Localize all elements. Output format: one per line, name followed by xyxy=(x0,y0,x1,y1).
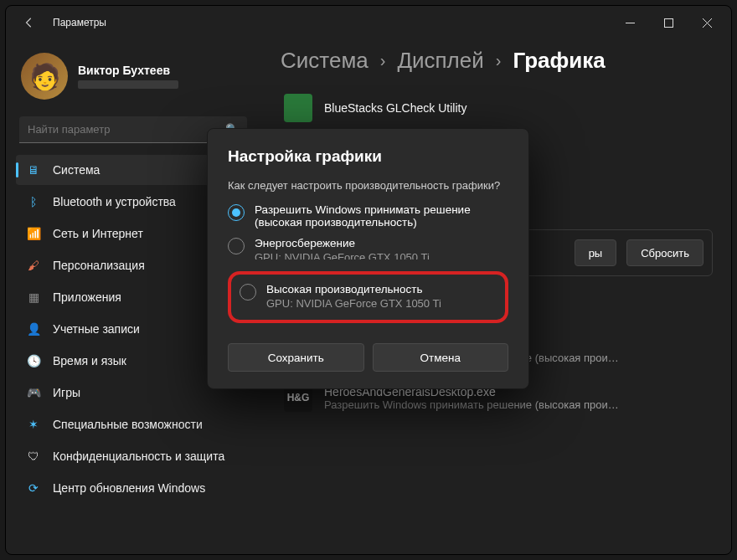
user-name: Виктор Бухтеев xyxy=(78,64,178,77)
app-desc: Разрешить Windows принимать решение (выс… xyxy=(324,398,709,411)
radio-indicator xyxy=(228,238,245,254)
user-subtext xyxy=(78,80,178,89)
dialog-title: Настройка графики xyxy=(228,147,508,166)
app-icon xyxy=(284,94,312,122)
sidebar-item-label: Центр обновления Windows xyxy=(53,481,205,495)
nav-icon: 🎮 xyxy=(26,385,41,400)
sidebar-item-10[interactable]: ⟳Центр обновления Windows xyxy=(16,473,250,503)
sidebar-item-label: Учетные записи xyxy=(53,322,140,336)
close-button[interactable] xyxy=(688,6,726,39)
app-actions: ры Сбросить xyxy=(575,239,704,266)
breadcrumb: Система › Дисплей › Графика xyxy=(281,48,713,74)
radio-sublabel: GPU: NVIDIA GeForce GTX 1050 Ti xyxy=(266,297,441,310)
sidebar-item-label: Специальные возможности xyxy=(53,418,203,431)
radio-group: Разрешить Windows принимать решение (выс… xyxy=(228,203,508,323)
breadcrumb-link-2[interactable]: Дисплей xyxy=(397,48,483,74)
nav-icon: ᛒ xyxy=(26,194,41,209)
save-button[interactable]: Сохранить xyxy=(228,343,364,372)
nav-icon: 🖌 xyxy=(26,258,41,273)
sidebar-item-label: Приложения xyxy=(53,290,121,304)
chevron-right-icon: › xyxy=(496,51,502,70)
nav-icon: ▦ xyxy=(26,290,41,305)
app-row[interactable]: BlueStacks GLCheck Utility xyxy=(281,89,713,127)
sidebar-item-label: Время и язык xyxy=(53,354,126,367)
maximize-button[interactable] xyxy=(649,6,688,39)
titlebar: Параметры xyxy=(6,6,731,39)
svg-rect-1 xyxy=(664,18,673,27)
sidebar-item-label: Конфиденциальность и защита xyxy=(53,450,224,463)
dialog-question: Как следует настроить производительность… xyxy=(228,179,508,192)
options-button[interactable]: ры xyxy=(575,239,617,266)
graphics-settings-dialog: Настройка графики Как следует настроить … xyxy=(207,128,529,389)
cancel-button[interactable]: Отмена xyxy=(373,343,509,372)
nav-icon: ⟳ xyxy=(26,480,41,496)
app-title: Параметры xyxy=(53,17,106,28)
nav-icon: 🕓 xyxy=(26,353,41,368)
app-texts: BlueStacks GLCheck Utility xyxy=(324,101,709,115)
nav-icon: ✶ xyxy=(26,417,41,432)
sidebar-item-8[interactable]: ✶Специальные возможности xyxy=(16,409,250,439)
back-button[interactable] xyxy=(18,11,41,34)
radio-option-0[interactable]: Разрешить Windows принимать решение (выс… xyxy=(228,203,508,229)
highlighted-option: Высокая производительностьGPU: NVIDIA Ge… xyxy=(228,271,508,323)
avatar: 🧑 xyxy=(21,53,68,100)
sidebar-item-label: Сеть и Интернет xyxy=(53,227,143,240)
app-name: BlueStacks GLCheck Utility xyxy=(324,101,709,115)
svg-rect-0 xyxy=(626,23,635,23)
radio-option-2[interactable]: Высокая производительностьGPU: NVIDIA Ge… xyxy=(240,283,497,310)
search-input[interactable] xyxy=(28,123,220,136)
nav-icon: 📶 xyxy=(26,226,41,241)
chevron-right-icon: › xyxy=(380,51,386,70)
sidebar-item-label: Bluetooth и устройства xyxy=(53,195,176,208)
radio-label: Разрешить Windows принимать решение (выс… xyxy=(255,203,508,229)
nav-icon: 🛡 xyxy=(26,449,41,464)
radio-indicator xyxy=(240,284,256,301)
nav-icon: 🖥 xyxy=(26,162,41,177)
radio-sublabel: GPU: NVIDIA GeForce GTX 1050 Ti xyxy=(255,251,430,259)
sidebar-item-label: Персонализация xyxy=(53,259,145,272)
reset-button[interactable]: Сбросить xyxy=(626,239,704,266)
nav-icon: 👤 xyxy=(26,321,41,337)
sidebar-item-label: Система xyxy=(53,163,100,177)
minimize-button[interactable] xyxy=(611,6,649,39)
breadcrumb-current: Графика xyxy=(513,48,605,74)
radio-indicator xyxy=(228,204,245,221)
sidebar-item-label: Игры xyxy=(53,386,80,399)
sidebar-item-9[interactable]: 🛡Конфиденциальность и защита xyxy=(16,441,250,471)
radio-option-1[interactable]: ЭнергосбережениеGPU: NVIDIA GeForce GTX … xyxy=(228,237,508,259)
radio-label: Высокая производительность xyxy=(266,283,441,295)
breadcrumb-link-1[interactable]: Система xyxy=(281,48,368,74)
user-profile[interactable]: 🧑 Виктор Бухтеев xyxy=(16,46,250,111)
radio-label: Энергосбережение xyxy=(255,237,430,249)
